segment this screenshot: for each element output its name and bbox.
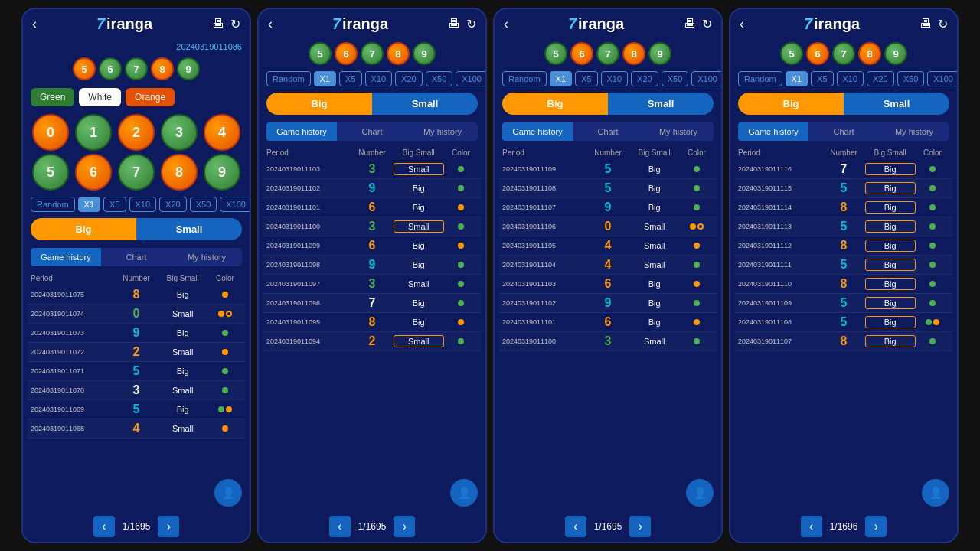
number-cell: 9 — [351, 258, 393, 272]
prev-page-button[interactable]: ‹ — [565, 516, 586, 537]
mult-btn-x20[interactable]: X20 — [395, 71, 423, 86]
tab-my-history[interactable]: My history — [879, 122, 949, 141]
tab-game-history[interactable]: Game history — [266, 122, 337, 141]
chat-bubble-button[interactable]: 👤 — [686, 479, 714, 507]
num-ball-8[interactable]: 8 — [161, 154, 198, 191]
big-button[interactable]: Big — [266, 93, 372, 115]
num-ball-9[interactable]: 9 — [204, 154, 240, 191]
next-page-button[interactable]: › — [629, 516, 651, 537]
next-page-button[interactable]: › — [865, 516, 887, 537]
num-ball-5[interactable]: 5 — [32, 154, 69, 191]
num-ball-3[interactable]: 3 — [161, 114, 198, 151]
refresh-icon[interactable]: ↻ — [938, 17, 948, 31]
mult-btn-x5[interactable]: X5 — [811, 71, 833, 86]
num-ball-7[interactable]: 7 — [118, 154, 155, 191]
mult-btn-x50[interactable]: X50 — [190, 197, 217, 212]
back-button[interactable]: ‹ — [504, 16, 508, 32]
chat-bubble-button[interactable]: 👤 — [450, 479, 478, 507]
mult-btn-random[interactable]: Random — [502, 71, 547, 86]
col-header-big-small: Big Small — [394, 148, 444, 157]
mult-btn-x20[interactable]: X20 — [159, 197, 187, 212]
period-cell: 20240319011069 — [31, 406, 115, 413]
mult-btn-x1[interactable]: X1 — [314, 71, 336, 86]
tab-chart[interactable]: Chart — [337, 122, 407, 141]
mult-btn-random[interactable]: Random — [31, 197, 75, 212]
settings-icon[interactable]: 🖶 — [212, 17, 224, 31]
big-small-cell: Big — [158, 328, 208, 338]
table-row: 20240319011112 8 Big — [735, 236, 952, 256]
top-ball-2: 7 — [361, 42, 384, 65]
mult-btn-x5[interactable]: X5 — [575, 71, 597, 86]
big-button[interactable]: Big — [738, 93, 844, 115]
mult-btn-x100[interactable]: X100 — [691, 71, 723, 86]
tab-chart[interactable]: Chart — [808, 122, 879, 141]
mult-btn-x5[interactable]: X5 — [339, 71, 361, 86]
big-small-cell: Big — [629, 164, 680, 174]
mult-btn-x50[interactable]: X50 — [662, 71, 689, 86]
tab-my-history[interactable]: My history — [643, 122, 714, 141]
mult-row: RandomX1X5X10X20X50X100 — [259, 68, 485, 90]
next-page-button[interactable]: › — [158, 516, 179, 537]
mult-btn-x50[interactable]: X50 — [897, 71, 925, 86]
tab-game-history[interactable]: Game history — [738, 122, 808, 141]
chat-bubble-button[interactable]: 👤 — [214, 479, 242, 507]
btn-green[interactable]: Green — [31, 88, 74, 106]
tab-my-history[interactable]: My history — [172, 248, 242, 266]
refresh-icon[interactable]: ↻ — [702, 17, 712, 31]
num-ball-6[interactable]: 6 — [75, 154, 112, 191]
dot-orange — [694, 281, 700, 287]
num-ball-4[interactable]: 4 — [204, 114, 240, 151]
mult-btn-x5[interactable]: X5 — [103, 197, 126, 212]
mult-btn-x1[interactable]: X1 — [78, 197, 100, 212]
mult-btn-x1[interactable]: X1 — [786, 71, 808, 86]
mult-btn-x50[interactable]: X50 — [426, 71, 453, 86]
back-button[interactable]: ‹ — [740, 16, 744, 32]
back-button[interactable]: ‹ — [32, 16, 37, 32]
prev-page-button[interactable]: ‹ — [329, 516, 351, 537]
mult-btn-x10[interactable]: X10 — [601, 71, 629, 86]
num-ball-2[interactable]: 2 — [118, 114, 155, 151]
btn-white[interactable]: White — [79, 88, 121, 106]
big-button[interactable]: Big — [31, 218, 136, 240]
tab-my-history[interactable]: My history — [407, 122, 478, 141]
mult-btn-x100[interactable]: X100 — [927, 71, 959, 86]
small-button[interactable]: Small — [844, 93, 949, 115]
mult-btn-x100[interactable]: X100 — [220, 197, 251, 212]
table-row: 20240319011113 5 Big — [735, 217, 952, 236]
back-button[interactable]: ‹ — [268, 16, 273, 32]
tab-chart[interactable]: Chart — [101, 248, 172, 266]
table-row: 20240319011072 2 Small — [28, 343, 245, 362]
mult-btn-x10[interactable]: X10 — [837, 71, 864, 86]
num-ball-0[interactable]: 0 — [32, 114, 69, 151]
top-ball-4: 9 — [884, 42, 907, 65]
mult-btn-random[interactable]: Random — [266, 71, 311, 86]
mult-btn-x10[interactable]: X10 — [365, 71, 393, 86]
big-small-row: Big Small — [23, 215, 250, 243]
prev-page-button[interactable]: ‹ — [93, 516, 115, 537]
tab-game-history[interactable]: Game history — [502, 122, 573, 141]
settings-icon[interactable]: 🖶 — [684, 17, 696, 31]
table-row: 20240319011097 3 Small — [263, 275, 481, 294]
refresh-icon[interactable]: ↻ — [230, 17, 240, 31]
settings-icon[interactable]: 🖶 — [448, 17, 460, 31]
mult-btn-x20[interactable]: X20 — [631, 71, 658, 86]
mult-btn-x1[interactable]: X1 — [550, 71, 572, 86]
mult-btn-x100[interactable]: X100 — [456, 71, 487, 86]
tab-game-history[interactable]: Game history — [31, 248, 101, 266]
small-button[interactable]: Small — [136, 218, 242, 240]
chat-bubble-button[interactable]: 👤 — [922, 479, 949, 507]
prev-page-button[interactable]: ‹ — [801, 516, 822, 537]
tab-chart[interactable]: Chart — [573, 122, 643, 141]
mult-btn-x20[interactable]: X20 — [867, 71, 894, 86]
btn-orange[interactable]: Orange — [126, 88, 175, 106]
settings-icon[interactable]: 🖶 — [920, 17, 932, 31]
num-ball-1[interactable]: 1 — [75, 114, 112, 151]
mult-btn-x10[interactable]: X10 — [129, 197, 157, 212]
mult-btn-random[interactable]: Random — [738, 71, 782, 86]
small-button[interactable]: Small — [372, 93, 478, 115]
big-small-cell: Big — [394, 298, 444, 308]
big-button[interactable]: Big — [502, 93, 608, 115]
next-page-button[interactable]: › — [394, 516, 415, 537]
small-button[interactable]: Small — [608, 93, 714, 115]
refresh-icon[interactable]: ↻ — [466, 17, 476, 31]
